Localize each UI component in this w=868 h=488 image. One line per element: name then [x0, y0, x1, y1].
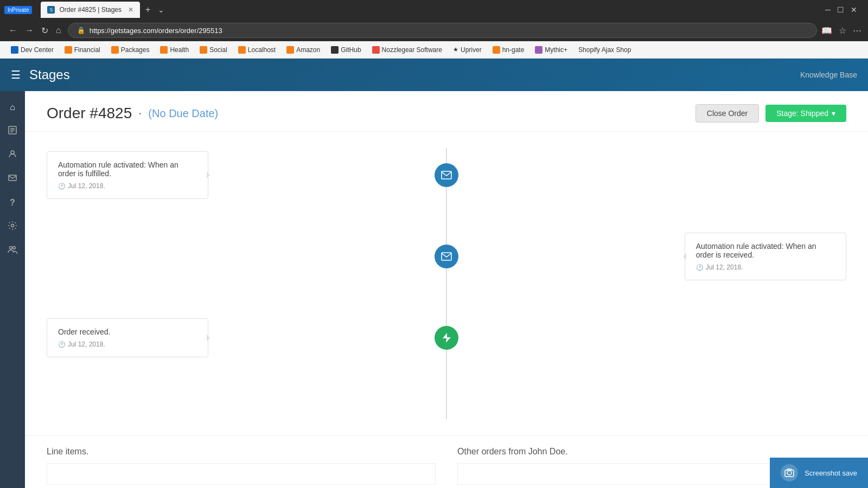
- screenshot-icon: [781, 464, 798, 481]
- bookmark-mythic[interactable]: Mythic+: [531, 45, 572, 55]
- bookmark-label: Nozzlegear Software: [382, 46, 442, 54]
- line-items-title: Line items.: [47, 447, 436, 457]
- screenshot-notification: Screenshot save: [770, 458, 868, 488]
- bookmark-favicon: [286, 46, 294, 54]
- bookmark-label: Shopify Ajax Shop: [578, 46, 631, 54]
- bookmark-health[interactable]: Health: [156, 45, 193, 55]
- order-number: Order #4825: [47, 105, 132, 122]
- card-title-1: Automation rule activated: When an order…: [58, 160, 197, 178]
- bookmark-label: Dev Center: [21, 46, 54, 54]
- lock-icon: 🔒: [77, 27, 85, 34]
- timeline-wrapper: Automation rule activated: When an order…: [47, 148, 846, 419]
- bookmark-favicon: [238, 46, 246, 54]
- sidebar-item-orders[interactable]: [3, 121, 22, 141]
- clock-icon-3: 🕐: [58, 341, 66, 348]
- back-button[interactable]: ←: [7, 24, 20, 36]
- tab-dropdown-button[interactable]: ⌄: [158, 5, 164, 14]
- close-window-button[interactable]: ✕: [848, 5, 859, 14]
- menu-icon[interactable]: ☰: [11, 68, 21, 81]
- bookmark-label: Amazon: [296, 46, 320, 54]
- stage-label: Stage: Shipped: [776, 109, 828, 118]
- browser-settings-icon[interactable]: ⋯: [853, 25, 861, 36]
- bookmark-favicon: [111, 46, 119, 54]
- favorites-icon[interactable]: ☆: [839, 25, 846, 36]
- bookmark-favicon: [331, 46, 339, 54]
- bookmark-favicon: [160, 46, 168, 54]
- sidebar-item-team[interactable]: [3, 241, 22, 260]
- timeline-card-left-3: Order received. 🕐 Jul 12, 2018.: [47, 318, 414, 357]
- line-items-table: [47, 463, 436, 485]
- top-navbar: ☰ Stages Knowledge Base: [0, 59, 868, 91]
- timeline-card-right-2: Automation rule activated: When an order…: [478, 233, 846, 280]
- svg-rect-12: [785, 470, 794, 477]
- bookmark-favicon: [200, 46, 207, 54]
- sidebar-item-mail[interactable]: [3, 169, 22, 189]
- stage-dropdown-icon: ▾: [832, 109, 835, 118]
- tab-close-button[interactable]: ✕: [128, 6, 133, 14]
- sidebar-item-users[interactable]: [3, 145, 22, 165]
- bookmark-packages[interactable]: Packages: [107, 45, 154, 55]
- svg-rect-10: [442, 253, 451, 260]
- inprivate-badge: InPrivate: [4, 6, 32, 14]
- bookmark-label: Financial: [74, 46, 100, 54]
- help-icon: ?: [10, 198, 15, 208]
- bookmark-dev-center[interactable]: Dev Center: [7, 45, 58, 55]
- main-content: Order #4825 · (No Due Date) Close Order …: [25, 91, 868, 488]
- bookmark-favicon: [535, 46, 542, 54]
- card-title-2: Automation rule activated: When an order…: [696, 242, 835, 259]
- bookmark-financial[interactable]: Financial: [60, 45, 105, 55]
- card-date-2: 🕐 Jul 12, 2018.: [696, 264, 835, 271]
- clock-icon-1: 🕐: [58, 183, 66, 190]
- sidebar-item-help[interactable]: ?: [3, 193, 22, 213]
- knowledge-base-link[interactable]: Knowledge Base: [800, 70, 857, 79]
- due-date: (No Due Date): [148, 107, 218, 120]
- bottom-sections: Line items. Other orders from John Doe.: [25, 435, 868, 488]
- sidebar-item-settings[interactable]: [3, 217, 22, 236]
- stage-button[interactable]: Stage: Shipped ▾: [765, 105, 846, 122]
- bookmark-favicon: [493, 46, 500, 54]
- page-header: Order #4825 · (No Due Date) Close Order …: [25, 91, 868, 132]
- timeline-card-left-1: Automation rule activated: When an order…: [47, 151, 414, 199]
- card-title-3: Order received.: [58, 328, 197, 336]
- bookmark-label: Health: [170, 46, 189, 54]
- bookmark-nozzlegear[interactable]: Nozzlegear Software: [368, 45, 446, 55]
- bookmark-label: Mythic+: [545, 46, 567, 54]
- orders-icon: [8, 125, 17, 137]
- bookmark-label: hn-gate: [502, 46, 525, 54]
- automation-fulfilled-card: Automation rule activated: When an order…: [47, 151, 208, 199]
- bookmark-shopify[interactable]: Shopify Ajax Shop: [574, 45, 635, 55]
- home-button[interactable]: ⌂: [54, 24, 63, 36]
- new-tab-button[interactable]: +: [142, 5, 154, 15]
- bookmark-favicon: [11, 46, 18, 54]
- card-date-3: 🕐 Jul 12, 2018.: [58, 341, 197, 348]
- browser-tab[interactable]: S Order #4825 | Stages ✕: [41, 2, 140, 18]
- reader-mode-icon[interactable]: 📖: [821, 25, 832, 36]
- bookmark-amazon[interactable]: Amazon: [282, 45, 324, 55]
- svg-rect-5: [9, 175, 16, 181]
- mail-icon: [8, 173, 17, 185]
- other-orders-title: Other orders from John Doe.: [457, 447, 846, 457]
- minimize-button[interactable]: ─: [823, 5, 833, 14]
- svg-point-6: [11, 224, 14, 227]
- forward-button[interactable]: →: [23, 24, 36, 36]
- star-icon: ★: [453, 46, 458, 53]
- tab-favicon: S: [47, 6, 55, 14]
- bookmark-localhost[interactable]: Localhost: [234, 45, 280, 55]
- automation-received-card: Automation rule activated: When an order…: [685, 233, 846, 280]
- bookmark-label: Social: [209, 46, 227, 54]
- timeline-container: Automation rule activated: When an order…: [25, 132, 868, 435]
- bookmark-social[interactable]: Social: [195, 45, 232, 55]
- close-order-button[interactable]: Close Order: [695, 104, 759, 123]
- bookmark-favicon: [372, 46, 380, 54]
- bookmark-hn-gate[interactable]: hn-gate: [488, 45, 529, 55]
- line-items-section: Line items.: [47, 447, 436, 485]
- maximize-button[interactable]: ☐: [835, 5, 846, 14]
- bookmark-upriver[interactable]: ★ Upriver: [449, 45, 486, 55]
- sidebar-item-home[interactable]: ⌂: [3, 98, 22, 117]
- bookmark-github[interactable]: GitHub: [327, 45, 365, 55]
- order-received-card: Order received. 🕐 Jul 12, 2018.: [47, 318, 208, 357]
- address-bar-field[interactable]: 🔒 https://getstages.com/orders/order/295…: [68, 23, 817, 38]
- timeline-node-3: [435, 326, 458, 350]
- refresh-button[interactable]: ↻: [39, 24, 50, 37]
- settings-icon: [8, 221, 17, 233]
